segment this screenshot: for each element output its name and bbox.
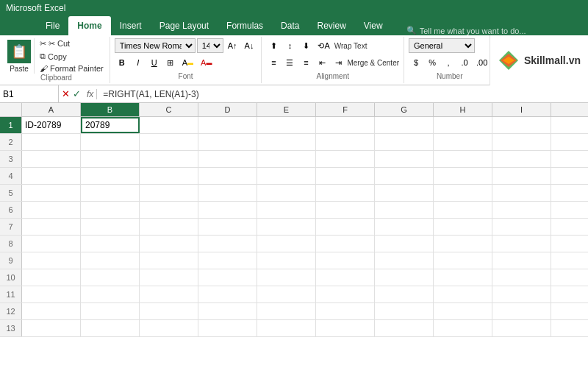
- cell-C9[interactable]: [140, 252, 198, 269]
- cell-E2[interactable]: [257, 134, 316, 150]
- tab-page-layout[interactable]: Page Layout: [151, 16, 218, 35]
- cell-I10[interactable]: [492, 269, 551, 286]
- cell-F9[interactable]: [316, 252, 375, 269]
- cell-D5[interactable]: [198, 185, 257, 201]
- cell-G10[interactable]: [375, 269, 434, 286]
- cell-B6[interactable]: [81, 202, 140, 218]
- cell-G12[interactable]: [375, 303, 434, 319]
- cell-H6[interactable]: [434, 202, 492, 218]
- cell-F10[interactable]: [316, 269, 375, 286]
- font-decrease-button[interactable]: A↓: [242, 38, 257, 53]
- tab-home[interactable]: Home: [68, 16, 110, 35]
- cell-B10[interactable]: [81, 269, 140, 286]
- cell-H5[interactable]: [434, 185, 492, 201]
- cell-F13[interactable]: [316, 320, 375, 336]
- cell-F4[interactable]: [316, 168, 375, 184]
- cell-A3[interactable]: [22, 151, 81, 167]
- cell-B5[interactable]: [81, 185, 140, 201]
- cell-G5[interactable]: [375, 185, 434, 201]
- text-direction-button[interactable]: ⟲A: [315, 38, 332, 53]
- number-format-select[interactable]: General: [409, 38, 475, 53]
- formula-confirm-button[interactable]: ✓: [73, 88, 81, 99]
- col-header-h[interactable]: H: [434, 103, 492, 116]
- cell-A5[interactable]: [22, 185, 81, 201]
- cell-D9[interactable]: [198, 252, 257, 269]
- cell-C8[interactable]: [140, 236, 198, 252]
- cell-F3[interactable]: [316, 151, 375, 167]
- increase-decimal-button[interactable]: .00: [473, 55, 490, 70]
- col-header-d[interactable]: D: [198, 103, 257, 116]
- cell-I6[interactable]: [492, 202, 551, 218]
- cell-E5[interactable]: [257, 185, 316, 201]
- cell-E10[interactable]: [257, 269, 316, 286]
- italic-button[interactable]: I: [131, 55, 146, 70]
- col-header-g[interactable]: G: [375, 103, 434, 116]
- cell-H13[interactable]: [434, 320, 492, 336]
- cell-D7[interactable]: [198, 219, 257, 235]
- cell-F7[interactable]: [316, 219, 375, 235]
- cell-D2[interactable]: [198, 134, 257, 150]
- decrease-decimal-button[interactable]: .0: [457, 55, 472, 70]
- cell-C13[interactable]: [140, 320, 198, 336]
- merge-center-button[interactable]: Merge & Center: [347, 59, 399, 67]
- cell-A4[interactable]: [22, 168, 81, 184]
- cell-G8[interactable]: [375, 236, 434, 252]
- accounting-button[interactable]: $: [409, 55, 423, 70]
- cell-E4[interactable]: [257, 168, 316, 184]
- cell-D6[interactable]: [198, 202, 257, 218]
- bold-button[interactable]: B: [115, 55, 129, 70]
- cell-D12[interactable]: [198, 303, 257, 319]
- cell-D3[interactable]: [198, 151, 257, 167]
- cell-E6[interactable]: [257, 202, 316, 218]
- font-name-select[interactable]: Times New Roma: [115, 38, 196, 53]
- col-header-f[interactable]: F: [316, 103, 375, 116]
- align-middle-button[interactable]: ↕: [282, 38, 297, 53]
- cell-E7[interactable]: [257, 219, 316, 235]
- border-button[interactable]: ⊞: [163, 55, 178, 70]
- cell-I5[interactable]: [492, 185, 551, 201]
- cell-I12[interactable]: [492, 303, 551, 319]
- cell-I9[interactable]: [492, 252, 551, 269]
- cell-C6[interactable]: [140, 202, 198, 218]
- cell-B9[interactable]: [81, 252, 140, 269]
- cell-I3[interactable]: [492, 151, 551, 167]
- cell-C1[interactable]: [140, 117, 198, 133]
- cell-G7[interactable]: [375, 219, 434, 235]
- search-bar[interactable]: Tell me what you want to do...: [420, 26, 526, 35]
- cell-C2[interactable]: [140, 134, 198, 150]
- cell-D13[interactable]: [198, 320, 257, 336]
- cell-H4[interactable]: [434, 168, 492, 184]
- cell-G1[interactable]: [375, 117, 434, 133]
- cell-A1[interactable]: ID-20789: [22, 117, 81, 133]
- cut-button[interactable]: ✂ ✂ Cut: [38, 38, 105, 49]
- cell-B12[interactable]: [81, 303, 140, 319]
- cell-I2[interactable]: [492, 134, 551, 150]
- cell-F5[interactable]: [316, 185, 375, 201]
- tab-file[interactable]: File: [37, 16, 68, 35]
- tab-review[interactable]: Review: [308, 16, 354, 35]
- cell-D1[interactable]: [198, 117, 257, 133]
- font-increase-button[interactable]: A↑: [225, 38, 240, 53]
- col-header-i[interactable]: I: [492, 103, 551, 116]
- cell-F8[interactable]: [316, 236, 375, 252]
- tab-view[interactable]: View: [355, 16, 392, 35]
- name-box[interactable]: B1: [0, 85, 59, 102]
- cell-E8[interactable]: [257, 236, 316, 252]
- col-header-a[interactable]: A: [22, 103, 81, 116]
- col-header-c[interactable]: C: [140, 103, 198, 116]
- cell-F2[interactable]: [316, 134, 375, 150]
- cell-E1[interactable]: [257, 117, 316, 133]
- font-color-button[interactable]: A▬: [198, 55, 215, 70]
- cell-H7[interactable]: [434, 219, 492, 235]
- cell-E11[interactable]: [257, 286, 316, 302]
- cell-C5[interactable]: [140, 185, 198, 201]
- tab-data[interactable]: Data: [272, 16, 308, 35]
- cell-A12[interactable]: [22, 303, 81, 319]
- cell-C10[interactable]: [140, 269, 198, 286]
- wrap-text-button[interactable]: Wrap Text: [334, 42, 368, 50]
- cell-G13[interactable]: [375, 320, 434, 336]
- comma-button[interactable]: ,: [441, 55, 456, 70]
- cell-A9[interactable]: [22, 252, 81, 269]
- decrease-indent-button[interactable]: ⇤: [315, 55, 329, 70]
- formula-input[interactable]: =RIGHT(A1, LEN(A1)-3): [100, 89, 201, 99]
